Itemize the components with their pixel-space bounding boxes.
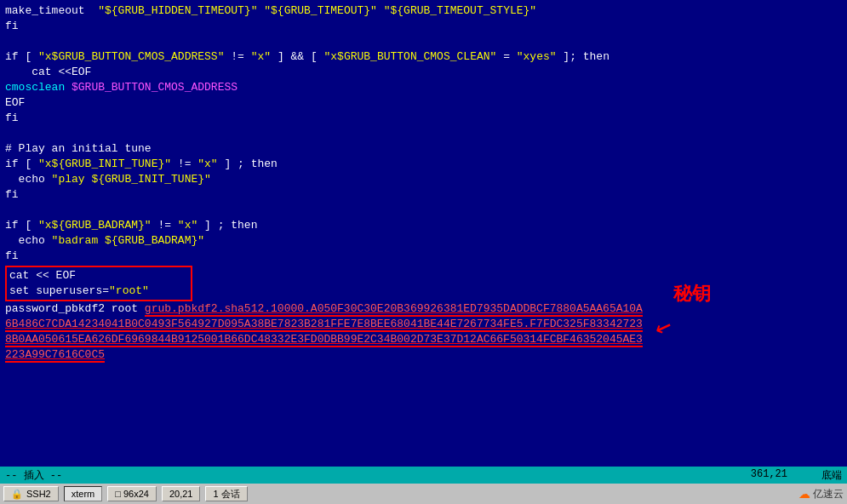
taskbar-size-label: □ 96x24 — [115, 489, 149, 499]
status-bar: -- 插入 -- 361,21 底端 — [0, 467, 847, 484]
code-line: EOF — [5, 95, 842, 111]
password-line: password_pbkdf2 root grub.pbkdf2.sha512.… — [5, 301, 842, 317]
code-line: echo "play ${GRUB_INIT_TUNE}" — [5, 172, 842, 187]
code-line: echo "badram ${GRUB_BADRAM}" — [5, 233, 842, 249]
brand-logo: ☁ 亿速云 — [798, 487, 844, 501]
code-line: fi — [5, 111, 842, 126]
code-line: cat <<EOF — [5, 65, 842, 80]
code-line: fi — [5, 19, 842, 34]
code-line: 6B486C7CDA14234041B0C0493F564927D095A38B… — [5, 317, 842, 332]
code-line — [5, 34, 842, 49]
taskbar-session-label: 1 会话 — [213, 488, 239, 501]
taskbar-ssh2-label: SSH2 — [26, 489, 51, 499]
taskbar-session[interactable]: 1 会话 — [205, 486, 247, 501]
editor-area[interactable]: make_timeout "${GRUB_HIDDEN_TIMEOUT}" "$… — [0, 0, 847, 467]
code-line: fi — [5, 249, 842, 264]
code-line: if [ "x${GRUB_INIT_TUNE}" != "x" ] ; the… — [5, 157, 842, 172]
taskbar-xterm[interactable]: xterm — [64, 486, 103, 501]
status-insert: -- 插入 -- — [5, 468, 751, 483]
status-right: 361,21 底端 — [751, 468, 842, 483]
taskbar-xterm-label: xterm — [72, 489, 95, 499]
code-line: if [ "x${GRUB_BADRAM}" != "x" ] ; then — [5, 218, 842, 233]
taskbar-pos[interactable]: 20,21 — [162, 486, 201, 501]
cursor-end: 底端 — [821, 468, 842, 483]
taskbar-pos-label: 20,21 — [169, 489, 193, 499]
code-line: # Play an initial tune — [5, 141, 842, 157]
taskbar: 🔒 SSH2 xterm □ 96x24 20,21 1 会话 ☁ 亿速云 — [0, 484, 847, 504]
code-line — [5, 203, 842, 218]
brand-name: 亿速云 — [813, 487, 844, 501]
code-line: 8B0AA050615EA626DF6969844B9125001B66DC48… — [5, 332, 842, 347]
code-line: cat << EOF — [9, 268, 188, 284]
cursor-position: 361,21 — [751, 468, 787, 483]
code-line — [5, 126, 842, 141]
brand-icon: ☁ — [798, 487, 810, 501]
code-line: make_timeout "${GRUB_HIDDEN_TIMEOUT}" "$… — [5, 3, 842, 19]
code-line: set superusers="root" — [9, 284, 188, 299]
taskbar-brand-area: ☁ 亿速云 — [798, 487, 844, 501]
code-line: if [ "x$GRUB_BUTTON_CMOS_ADDRESS" != "x"… — [5, 49, 842, 65]
taskbar-size[interactable]: □ 96x24 — [107, 486, 157, 501]
taskbar-ssh2[interactable]: 🔒 SSH2 — [3, 486, 59, 501]
code-line: 223A99C7616C0C5 — [5, 347, 842, 363]
highlighted-block: cat << EOF set superusers="root" — [5, 266, 192, 301]
lock-icon: 🔒 — [11, 489, 23, 500]
code-line: cmosclean $GRUB_BUTTON_CMOS_ADDRESS — [5, 80, 842, 95]
code-line: fi — [5, 187, 842, 203]
annotation-text: 秘钥 — [673, 281, 711, 306]
